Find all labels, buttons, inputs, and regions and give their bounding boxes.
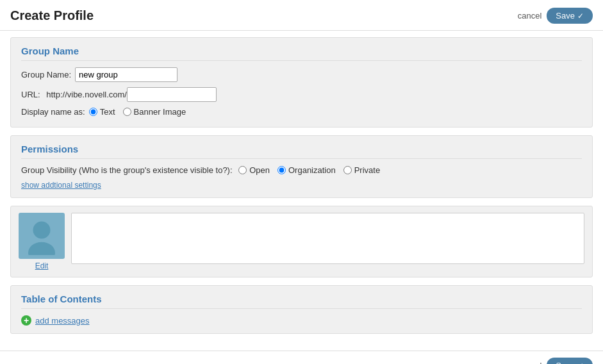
header-save-button[interactable]: Save ✓ — [547, 8, 593, 24]
permissions-section-title: Permissions — [21, 144, 582, 159]
toc-section-title: Table of Contents — [21, 294, 582, 309]
avatar-section: Edit — [10, 206, 593, 277]
radio-banner-input[interactable] — [123, 108, 131, 116]
url-row: URL: http://vibe.novell.com/ — [21, 87, 582, 102]
page-header: Create Profile cancel Save ✓ — [0, 0, 603, 31]
group-name-section-title: Group Name — [21, 46, 582, 61]
header-save-checkmark: ✓ — [577, 12, 584, 21]
display-name-label: Display name as: — [21, 107, 85, 117]
footer-cancel-link[interactable]: cancel — [518, 361, 542, 364]
radio-organization-option[interactable]: Organization — [277, 165, 336, 175]
header-cancel-link[interactable]: cancel — [518, 11, 542, 21]
url-label: URL: — [21, 90, 42, 99]
radio-open-label: Open — [249, 165, 270, 175]
avatar-image — [19, 213, 65, 259]
radio-open-input[interactable] — [238, 166, 247, 174]
footer-save-checkmark: ✓ — [577, 361, 584, 365]
visibility-label: Group Visibility (Who is the group's exi… — [21, 165, 235, 175]
display-name-row: Display name as: Text Banner Image — [21, 107, 582, 117]
page-footer: cancel Save ✓ — [0, 351, 603, 364]
radio-private-input[interactable] — [343, 166, 352, 174]
avatar-edit-link[interactable]: Edit — [35, 261, 49, 270]
header-save-label: Save — [556, 11, 575, 21]
group-name-section: Group Name Group Name: URL: http://vibe.… — [10, 37, 593, 128]
footer-save-button[interactable]: Save ✓ — [547, 358, 593, 364]
header-actions: cancel Save ✓ — [518, 8, 593, 24]
radio-text-option[interactable]: Text — [89, 107, 115, 117]
footer-save-label: Save — [556, 361, 575, 364]
main-content: Group Name Group Name: URL: http://vibe.… — [0, 31, 603, 348]
avatar-content-area — [71, 213, 584, 264]
avatar-container: Edit — [19, 213, 65, 270]
radio-text-label: Text — [100, 107, 115, 117]
url-input[interactable] — [127, 87, 217, 102]
radio-text-input[interactable] — [89, 108, 97, 116]
svg-point-0 — [33, 222, 51, 239]
show-additional-link[interactable]: show addtional settings — [21, 181, 101, 190]
add-messages-icon: + — [21, 315, 31, 326]
add-messages-row[interactable]: + add messages — [21, 315, 582, 326]
add-messages-label: add messages — [35, 316, 90, 326]
radio-private-option[interactable]: Private — [343, 165, 380, 175]
group-name-label: Group Name: — [21, 70, 71, 79]
radio-private-label: Private — [354, 165, 380, 175]
show-additional-row: show addtional settings — [21, 180, 582, 190]
radio-open-option[interactable]: Open — [238, 165, 270, 175]
page-title: Create Profile — [10, 8, 94, 23]
url-base-text: http://vibe.novell.com/ — [46, 90, 127, 99]
avatar-person-icon — [22, 217, 61, 255]
permissions-section: Permissions Group Visibility (Who is the… — [10, 135, 593, 198]
radio-organization-label: Organization — [288, 165, 336, 175]
svg-point-1 — [28, 242, 55, 255]
radio-organization-input[interactable] — [277, 166, 286, 174]
group-name-row: Group Name: — [21, 67, 582, 82]
group-name-input[interactable] — [75, 67, 178, 82]
toc-section: Table of Contents + add messages — [10, 285, 593, 334]
visibility-row: Group Visibility (Who is the group's exi… — [21, 165, 582, 175]
radio-banner-label: Banner Image — [134, 107, 186, 117]
radio-banner-option[interactable]: Banner Image — [123, 107, 186, 117]
